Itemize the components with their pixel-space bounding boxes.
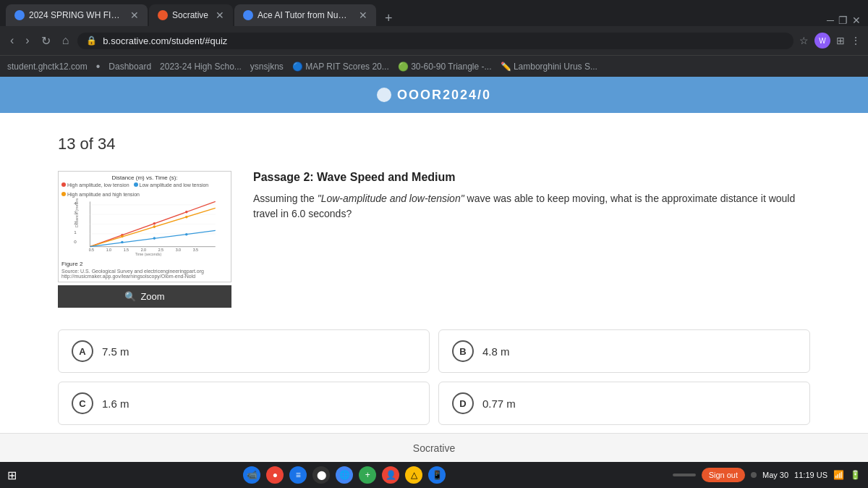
passage-text: Assuming the "Low-amplitude and low-tens… xyxy=(253,191,810,222)
option-a[interactable]: A 7.5 m xyxy=(58,329,430,373)
svg-text:Distance (meters): Distance (meters) xyxy=(75,198,79,227)
passage-text-part1: Assuming the xyxy=(253,193,318,204)
taskbar-left: ⊞ xyxy=(7,468,17,482)
taskbar-chrome[interactable]: 🌐 xyxy=(336,466,353,484)
graph-title: Distance (m) vs. Time (s): xyxy=(61,174,228,181)
taskbar-app3[interactable]: ⬤ xyxy=(312,466,330,484)
restore-btn[interactable]: ❐ xyxy=(838,14,848,26)
svg-text:1.5: 1.5 xyxy=(124,248,129,252)
passage-italic: "Low-amplitude and low-tension" xyxy=(318,193,464,204)
svg-text:1: 1 xyxy=(74,230,77,235)
home-button[interactable]: ⌂ xyxy=(59,31,72,50)
tab-2-label: Socrative xyxy=(172,10,208,20)
graph-container: Distance (m) vs. Time (s): High amplitud… xyxy=(58,171,231,282)
svg-line-26 xyxy=(90,230,215,246)
bookmark-1[interactable]: student.ghctk12.com xyxy=(7,62,88,72)
page-header: OOOR2024/0 xyxy=(0,77,868,113)
graph-svg: 4 3 2 1 0 0.5 1.0 1.5 2.0 2.5 3.0 3.5 xyxy=(61,198,228,256)
address-bar[interactable]: 🔒 b.socrative.com/student/#quiz xyxy=(77,33,793,49)
forward-button[interactable]: › xyxy=(22,31,32,50)
legend-3: High amplitude and high tension xyxy=(61,192,140,197)
options-grid: A 7.5 m B 4.8 m C 1.6 m D 0.77 m xyxy=(58,329,810,425)
tab-2[interactable]: Socrative ✕ xyxy=(149,4,233,26)
taskbar-date: May 30 xyxy=(762,471,788,479)
reload-button[interactable]: ↻ xyxy=(38,31,54,51)
option-c-letter: C xyxy=(72,392,93,414)
minimize-btn[interactable]: ─ xyxy=(827,14,834,26)
svg-point-23 xyxy=(121,235,124,238)
bookmark-3[interactable]: 2023-24 High Scho... xyxy=(160,62,242,72)
taskbar-drive[interactable]: △ xyxy=(405,466,422,484)
passage-title: Passage 2: Wave Speed and Medium xyxy=(253,171,810,184)
menu-btn[interactable]: ⋮ xyxy=(851,35,861,46)
svg-line-22 xyxy=(90,208,215,246)
taskbar-docs[interactable]: ≡ xyxy=(289,466,307,484)
question-counter: 13 of 34 xyxy=(58,135,810,153)
option-b-letter: B xyxy=(452,340,474,362)
zoom-icon: 🔍 xyxy=(124,291,136,302)
taskbar-time: 11:19 US xyxy=(794,471,827,479)
svg-text:3.5: 3.5 xyxy=(193,248,198,252)
address-text: b.socrative.com/student/#quiz xyxy=(103,35,227,46)
tab-1-close[interactable]: ✕ xyxy=(130,9,139,21)
taskbar-app5[interactable]: 👤 xyxy=(382,466,399,484)
taskbar-center: 📹 ● ≡ ⬤ 🌐 + 👤 △ 📱 xyxy=(243,466,446,484)
taskbar-right: Sign out May 30 11:19 US 📶 🔋 xyxy=(673,468,861,482)
close-btn[interactable]: ✕ xyxy=(852,14,861,26)
bookmark-7[interactable]: ✏️ Lamborghini Urus S... xyxy=(501,62,597,72)
svg-point-27 xyxy=(121,241,124,244)
svg-text:3.0: 3.0 xyxy=(176,248,181,252)
graph-legend: High amplitude, low tension Low amplitud… xyxy=(61,182,228,197)
taskbar-app1[interactable]: ● xyxy=(266,466,284,484)
tab-2-close[interactable]: ✕ xyxy=(216,9,224,21)
bookmark-2[interactable]: Dashboard xyxy=(109,62,151,72)
option-d-text: 0.77 m xyxy=(482,397,516,410)
option-c-text: 1.6 m xyxy=(102,397,129,410)
svg-point-20 xyxy=(153,222,156,225)
option-d[interactable]: D 0.77 m xyxy=(438,382,810,425)
bookmark-5[interactable]: 🔵 MAP RIT Scores 20... xyxy=(292,62,389,72)
tab-3-close[interactable]: ✕ xyxy=(359,9,367,21)
bookmark-6[interactable]: 🟢 30-60-90 Triangle -... xyxy=(398,62,492,72)
taskbar: ⊞ 📹 ● ≡ ⬤ 🌐 + 👤 △ 📱 Sign out May 30 11:1… xyxy=(0,462,868,488)
header-dot xyxy=(377,88,391,102)
right-panel: Passage 2: Wave Speed and Medium Assumin… xyxy=(253,171,810,308)
tab-bar: 2024 SPRING WH FINAL STUD ✕ Socrative ✕ … xyxy=(0,0,868,26)
svg-point-24 xyxy=(153,225,156,228)
taskbar-app6[interactable]: 📱 xyxy=(428,466,446,484)
zoom-label: Zoom xyxy=(140,291,164,302)
nav-bar: ‹ › ↻ ⌂ 🔒 b.socrative.com/student/#quiz … xyxy=(0,26,868,55)
option-a-letter: A xyxy=(72,340,93,362)
taskbar-app4[interactable]: + xyxy=(359,466,376,484)
zoom-button[interactable]: 🔍 Zoom xyxy=(58,285,231,308)
profile-avatar[interactable]: W xyxy=(814,33,830,49)
legend-1: High amplitude, low tension xyxy=(61,182,129,188)
taskbar-search[interactable] xyxy=(673,474,696,476)
option-b[interactable]: B 4.8 m xyxy=(438,329,810,373)
svg-text:0.5: 0.5 xyxy=(89,248,94,252)
page-footer: Socrative xyxy=(0,433,868,462)
svg-text:2.5: 2.5 xyxy=(158,248,163,252)
bookmark-star[interactable]: ☆ xyxy=(799,35,809,46)
bookmark-4[interactable]: ysnsjkns xyxy=(250,62,284,72)
option-c[interactable]: C 1.6 m xyxy=(58,382,430,425)
svg-text:Time (seconds): Time (seconds) xyxy=(135,252,162,256)
svg-text:0: 0 xyxy=(74,239,77,244)
taskbar-meet[interactable]: 📹 xyxy=(243,466,260,484)
main-content: 13 of 34 Distance (m) vs. Time (s): High… xyxy=(0,113,868,488)
tab-3[interactable]: Ace AI Tutor from Numerade ✕ xyxy=(234,4,376,26)
svg-text:1.0: 1.0 xyxy=(106,248,111,252)
back-button[interactable]: ‹ xyxy=(7,31,17,50)
nav-icons: ☆ W ⊞ ⋮ xyxy=(799,33,861,49)
svg-text:2.0: 2.0 xyxy=(141,248,146,252)
tab-3-label: Ace AI Tutor from Numerade xyxy=(258,10,352,20)
svg-point-29 xyxy=(185,233,188,236)
extensions-btn[interactable]: ⊞ xyxy=(836,35,845,46)
new-tab-button[interactable]: + xyxy=(378,11,400,26)
tab-1-label: 2024 SPRING WH FINAL STUD xyxy=(29,10,123,20)
taskbar-dot xyxy=(751,472,757,478)
sign-out-button[interactable]: Sign out xyxy=(702,468,745,482)
browser-chrome: 2024 SPRING WH FINAL STUD ✕ Socrative ✕ … xyxy=(0,0,868,77)
windows-button[interactable]: ⊞ xyxy=(7,468,17,482)
tab-1[interactable]: 2024 SPRING WH FINAL STUD ✕ xyxy=(6,4,148,26)
